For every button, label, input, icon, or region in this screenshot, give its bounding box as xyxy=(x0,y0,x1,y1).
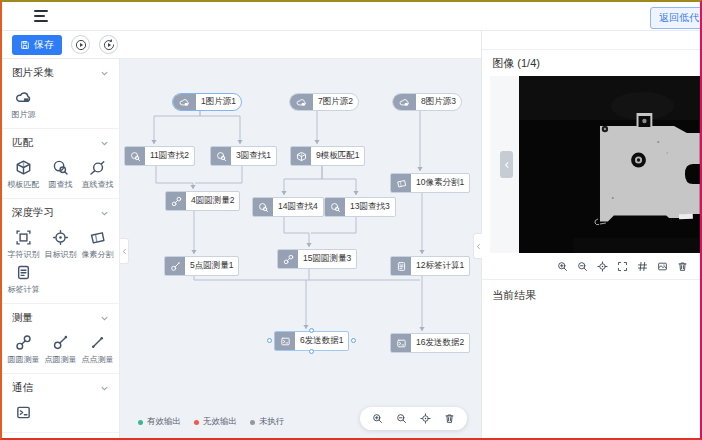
section-header[interactable]: 测量 xyxy=(2,304,119,329)
part-photo xyxy=(519,76,700,253)
node-label: 6发送数据1 xyxy=(295,335,348,347)
section-header[interactable]: 通信 xyxy=(2,374,119,399)
panel-top-strip xyxy=(482,31,700,50)
tool-ocr[interactable]: 字符识别 xyxy=(5,229,42,260)
sidebar-section: 测量圆圆测量点圆测量点点测量 xyxy=(2,304,119,374)
zoom-in-button[interactable] xyxy=(372,413,383,424)
label-calc-icon xyxy=(391,257,411,275)
node-label: 3圆查找1 xyxy=(231,150,276,162)
tool-send-data[interactable] xyxy=(5,404,42,424)
menu-icon[interactable] xyxy=(34,10,48,22)
cloud-image-icon xyxy=(173,94,196,110)
measure-cc-icon xyxy=(166,192,186,210)
section-header[interactable]: 匹配 xyxy=(2,129,119,154)
tool-measure-pc[interactable]: 点圆测量 xyxy=(42,334,79,365)
measure-cc-icon xyxy=(15,334,32,351)
flow-node[interactable]: 10像素分割1 xyxy=(390,173,470,193)
segment-icon xyxy=(391,174,411,192)
run-once-button[interactable] xyxy=(71,35,90,54)
cloud-image-icon xyxy=(290,94,313,110)
image-preview xyxy=(490,76,700,253)
tool-cube[interactable]: 模板匹配 xyxy=(5,159,42,190)
tool-segment[interactable]: 像素分割 xyxy=(79,229,116,260)
result-title: 当前结果 xyxy=(482,280,700,311)
flow-node[interactable]: 5点圆测量1 xyxy=(164,256,239,276)
chevron-down-icon xyxy=(100,384,109,393)
chevron-down-icon xyxy=(100,69,109,78)
measure-cc-icon xyxy=(278,250,298,268)
flow-node[interactable]: 6发送数据1 xyxy=(274,331,349,351)
play-icon xyxy=(75,39,87,51)
result-panel: 图像 (1/4) xyxy=(481,31,700,440)
node-label: 9模板匹配1 xyxy=(311,150,364,162)
section-title: 匹配 xyxy=(12,136,33,150)
flow-node[interactable]: 16发送数据2 xyxy=(390,333,470,353)
sidebar-section: 深度学习字符识别目标识别像素分割标签计算 xyxy=(2,199,119,304)
run-loop-button[interactable] xyxy=(99,35,118,54)
chevron-down-icon xyxy=(100,314,109,323)
node-label: 4圆圆测量2 xyxy=(186,195,239,207)
locate-button[interactable] xyxy=(420,413,431,424)
flow-node[interactable]: 11圆查找2 xyxy=(124,146,195,166)
circle-search-icon xyxy=(125,147,145,165)
node-label: 13圆查找3 xyxy=(345,201,395,213)
flow-node[interactable]: 12标签计算1 xyxy=(390,256,470,276)
section-header[interactable]: 图片采集 xyxy=(2,59,119,84)
send-data-icon xyxy=(275,332,295,350)
prev-image-button[interactable] xyxy=(500,151,513,178)
panel-collapse-handle[interactable] xyxy=(473,233,482,259)
chevron-down-icon xyxy=(100,139,109,148)
measure-pc-icon xyxy=(52,334,69,351)
zoom-in-button[interactable] xyxy=(557,261,568,272)
flow-node[interactable]: 4圆圆测量2 xyxy=(165,191,240,211)
grid-button[interactable] xyxy=(637,261,648,272)
flow-node[interactable]: 15圆圆测量3 xyxy=(277,249,357,269)
tool-label-calc[interactable]: 标签计算 xyxy=(5,264,42,295)
ocr-icon xyxy=(15,229,32,246)
tool-circle-search[interactable]: 圆查找 xyxy=(42,159,79,190)
node-label: 11圆查找2 xyxy=(145,150,194,162)
editor-toolbar: 保存 xyxy=(2,31,481,59)
segment-icon xyxy=(89,229,106,246)
flow-node[interactable]: 8图片源3 xyxy=(392,93,462,111)
flow-node[interactable]: 14圆查找4 xyxy=(252,197,324,217)
node-label: 5点圆测量1 xyxy=(185,260,238,272)
fit-button[interactable] xyxy=(617,261,628,272)
send-data-icon xyxy=(391,334,411,352)
tool-label: 模板匹配 xyxy=(8,179,40,190)
node-label: 1图片源1 xyxy=(196,96,241,108)
delete-button[interactable] xyxy=(444,413,455,424)
label-calc-icon xyxy=(15,264,32,281)
cloud-image-icon xyxy=(15,89,32,106)
node-label: 8图片源3 xyxy=(416,96,461,108)
canvas-zoom-toolbar xyxy=(360,407,467,430)
delete-button[interactable] xyxy=(677,261,688,272)
tool-line-search[interactable]: 直线查找 xyxy=(79,159,116,190)
sidebar-collapse-handle[interactable] xyxy=(120,238,129,264)
zoom-out-button[interactable] xyxy=(577,261,588,272)
flow-node[interactable]: 13圆查找3 xyxy=(324,197,396,217)
save-icon xyxy=(20,40,30,50)
zoom-out-button[interactable] xyxy=(396,413,407,424)
tool-cloud-image[interactable]: 图片源 xyxy=(5,89,42,120)
flow-node[interactable]: 7图片源2 xyxy=(289,93,359,111)
flow-node[interactable]: 9模板匹配1 xyxy=(290,146,365,166)
tool-measure-cc[interactable]: 圆圆测量 xyxy=(5,334,42,365)
tool-target[interactable]: 目标识别 xyxy=(42,229,79,260)
image-title: 图像 (1/4) xyxy=(482,50,700,76)
flow-node[interactable]: 1图片源1 xyxy=(172,93,242,111)
flow-node[interactable]: 3圆查找1 xyxy=(210,146,277,166)
tool-label: 标签计算 xyxy=(8,284,40,295)
node-label: 10像素分割1 xyxy=(411,177,469,189)
flow-canvas[interactable]: 1图片源17图片源28图片源311圆查找23圆查找19模板匹配110像素分割14… xyxy=(120,59,481,440)
app-window: 返回低代 保存 图片采集图片源匹配模板匹配圆查找直线查找深度学习字符识别目标识别… xyxy=(0,0,702,440)
section-title: 通信 xyxy=(12,381,33,395)
return-lowcode-button[interactable]: 返回低代 xyxy=(650,7,702,29)
save-button[interactable]: 保存 xyxy=(12,35,62,55)
tool-measure-pp[interactable]: 点点测量 xyxy=(79,334,116,365)
tool-label: 目标识别 xyxy=(45,249,77,260)
locate-button[interactable] xyxy=(597,261,608,272)
save-image-button[interactable] xyxy=(657,261,668,272)
section-header[interactable]: 深度学习 xyxy=(2,199,119,224)
cube-icon xyxy=(291,147,311,165)
